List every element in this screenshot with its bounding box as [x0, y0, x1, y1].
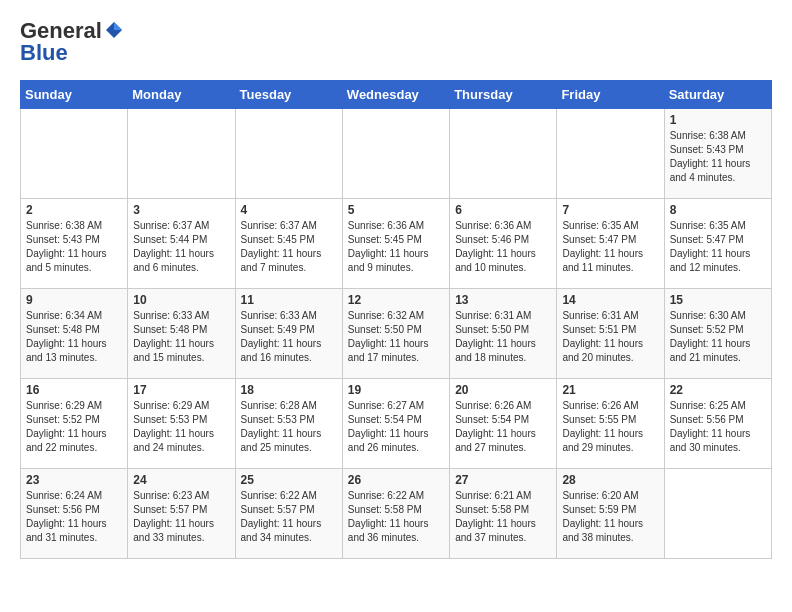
day-info: Sunrise: 6:32 AM Sunset: 5:50 PM Dayligh…: [348, 309, 444, 365]
day-info: Sunrise: 6:33 AM Sunset: 5:49 PM Dayligh…: [241, 309, 337, 365]
day-info: Sunrise: 6:36 AM Sunset: 5:46 PM Dayligh…: [455, 219, 551, 275]
day-number: 7: [562, 203, 658, 217]
day-info: Sunrise: 6:23 AM Sunset: 5:57 PM Dayligh…: [133, 489, 229, 545]
day-info: Sunrise: 6:33 AM Sunset: 5:48 PM Dayligh…: [133, 309, 229, 365]
svg-marker-1: [114, 22, 122, 30]
day-number: 20: [455, 383, 551, 397]
calendar-header-row: SundayMondayTuesdayWednesdayThursdayFrid…: [21, 81, 772, 109]
day-info: Sunrise: 6:21 AM Sunset: 5:58 PM Dayligh…: [455, 489, 551, 545]
day-info: Sunrise: 6:22 AM Sunset: 5:57 PM Dayligh…: [241, 489, 337, 545]
day-number: 28: [562, 473, 658, 487]
day-info: Sunrise: 6:30 AM Sunset: 5:52 PM Dayligh…: [670, 309, 766, 365]
calendar-table: SundayMondayTuesdayWednesdayThursdayFrid…: [20, 80, 772, 559]
day-info: Sunrise: 6:31 AM Sunset: 5:51 PM Dayligh…: [562, 309, 658, 365]
calendar-cell: 25Sunrise: 6:22 AM Sunset: 5:57 PM Dayli…: [235, 469, 342, 559]
calendar-cell: 26Sunrise: 6:22 AM Sunset: 5:58 PM Dayli…: [342, 469, 449, 559]
day-info: Sunrise: 6:27 AM Sunset: 5:54 PM Dayligh…: [348, 399, 444, 455]
calendar-cell: 8Sunrise: 6:35 AM Sunset: 5:47 PM Daylig…: [664, 199, 771, 289]
calendar-cell: 2Sunrise: 6:38 AM Sunset: 5:43 PM Daylig…: [21, 199, 128, 289]
logo-blue-text: Blue: [20, 40, 68, 65]
calendar-week-row: 16Sunrise: 6:29 AM Sunset: 5:52 PM Dayli…: [21, 379, 772, 469]
calendar-cell: 21Sunrise: 6:26 AM Sunset: 5:55 PM Dayli…: [557, 379, 664, 469]
day-number: 15: [670, 293, 766, 307]
day-number: 17: [133, 383, 229, 397]
day-header-sunday: Sunday: [21, 81, 128, 109]
calendar-cell: 23Sunrise: 6:24 AM Sunset: 5:56 PM Dayli…: [21, 469, 128, 559]
day-number: 1: [670, 113, 766, 127]
day-info: Sunrise: 6:26 AM Sunset: 5:55 PM Dayligh…: [562, 399, 658, 455]
day-info: Sunrise: 6:31 AM Sunset: 5:50 PM Dayligh…: [455, 309, 551, 365]
day-info: Sunrise: 6:38 AM Sunset: 5:43 PM Dayligh…: [26, 219, 122, 275]
calendar-week-row: 9Sunrise: 6:34 AM Sunset: 5:48 PM Daylig…: [21, 289, 772, 379]
day-info: Sunrise: 6:26 AM Sunset: 5:54 PM Dayligh…: [455, 399, 551, 455]
day-number: 13: [455, 293, 551, 307]
day-info: Sunrise: 6:29 AM Sunset: 5:52 PM Dayligh…: [26, 399, 122, 455]
calendar-cell: 3Sunrise: 6:37 AM Sunset: 5:44 PM Daylig…: [128, 199, 235, 289]
day-number: 6: [455, 203, 551, 217]
calendar-cell: [21, 109, 128, 199]
calendar-week-row: 2Sunrise: 6:38 AM Sunset: 5:43 PM Daylig…: [21, 199, 772, 289]
calendar-cell: 24Sunrise: 6:23 AM Sunset: 5:57 PM Dayli…: [128, 469, 235, 559]
day-info: Sunrise: 6:35 AM Sunset: 5:47 PM Dayligh…: [670, 219, 766, 275]
calendar-cell: 10Sunrise: 6:33 AM Sunset: 5:48 PM Dayli…: [128, 289, 235, 379]
day-header-monday: Monday: [128, 81, 235, 109]
day-number: 18: [241, 383, 337, 397]
day-header-tuesday: Tuesday: [235, 81, 342, 109]
day-number: 11: [241, 293, 337, 307]
day-number: 21: [562, 383, 658, 397]
day-header-saturday: Saturday: [664, 81, 771, 109]
calendar-cell: 20Sunrise: 6:26 AM Sunset: 5:54 PM Dayli…: [450, 379, 557, 469]
calendar-cell: 19Sunrise: 6:27 AM Sunset: 5:54 PM Dayli…: [342, 379, 449, 469]
calendar-cell: [450, 109, 557, 199]
calendar-week-row: 23Sunrise: 6:24 AM Sunset: 5:56 PM Dayli…: [21, 469, 772, 559]
day-info: Sunrise: 6:38 AM Sunset: 5:43 PM Dayligh…: [670, 129, 766, 185]
day-number: 26: [348, 473, 444, 487]
day-number: 19: [348, 383, 444, 397]
day-number: 25: [241, 473, 337, 487]
calendar-cell: 15Sunrise: 6:30 AM Sunset: 5:52 PM Dayli…: [664, 289, 771, 379]
calendar-cell: 6Sunrise: 6:36 AM Sunset: 5:46 PM Daylig…: [450, 199, 557, 289]
day-info: Sunrise: 6:35 AM Sunset: 5:47 PM Dayligh…: [562, 219, 658, 275]
day-info: Sunrise: 6:36 AM Sunset: 5:45 PM Dayligh…: [348, 219, 444, 275]
header: General Blue: [20, 20, 772, 64]
calendar-cell: 4Sunrise: 6:37 AM Sunset: 5:45 PM Daylig…: [235, 199, 342, 289]
calendar-cell: 16Sunrise: 6:29 AM Sunset: 5:52 PM Dayli…: [21, 379, 128, 469]
day-number: 27: [455, 473, 551, 487]
calendar-cell: [664, 469, 771, 559]
calendar-cell: [235, 109, 342, 199]
calendar-cell: 12Sunrise: 6:32 AM Sunset: 5:50 PM Dayli…: [342, 289, 449, 379]
calendar-week-row: 1Sunrise: 6:38 AM Sunset: 5:43 PM Daylig…: [21, 109, 772, 199]
calendar-cell: [342, 109, 449, 199]
calendar-cell: 18Sunrise: 6:28 AM Sunset: 5:53 PM Dayli…: [235, 379, 342, 469]
calendar-cell: 14Sunrise: 6:31 AM Sunset: 5:51 PM Dayli…: [557, 289, 664, 379]
day-info: Sunrise: 6:25 AM Sunset: 5:56 PM Dayligh…: [670, 399, 766, 455]
day-header-thursday: Thursday: [450, 81, 557, 109]
day-info: Sunrise: 6:24 AM Sunset: 5:56 PM Dayligh…: [26, 489, 122, 545]
day-info: Sunrise: 6:20 AM Sunset: 5:59 PM Dayligh…: [562, 489, 658, 545]
calendar-cell: 17Sunrise: 6:29 AM Sunset: 5:53 PM Dayli…: [128, 379, 235, 469]
calendar-cell: 27Sunrise: 6:21 AM Sunset: 5:58 PM Dayli…: [450, 469, 557, 559]
day-info: Sunrise: 6:29 AM Sunset: 5:53 PM Dayligh…: [133, 399, 229, 455]
day-number: 9: [26, 293, 122, 307]
day-number: 23: [26, 473, 122, 487]
calendar-cell: [128, 109, 235, 199]
day-info: Sunrise: 6:37 AM Sunset: 5:45 PM Dayligh…: [241, 219, 337, 275]
logo-icon: [104, 20, 124, 40]
day-number: 22: [670, 383, 766, 397]
day-number: 4: [241, 203, 337, 217]
day-number: 12: [348, 293, 444, 307]
day-number: 5: [348, 203, 444, 217]
calendar-cell: [557, 109, 664, 199]
day-info: Sunrise: 6:34 AM Sunset: 5:48 PM Dayligh…: [26, 309, 122, 365]
day-number: 8: [670, 203, 766, 217]
day-number: 2: [26, 203, 122, 217]
calendar-cell: 22Sunrise: 6:25 AM Sunset: 5:56 PM Dayli…: [664, 379, 771, 469]
calendar-cell: 13Sunrise: 6:31 AM Sunset: 5:50 PM Dayli…: [450, 289, 557, 379]
day-info: Sunrise: 6:22 AM Sunset: 5:58 PM Dayligh…: [348, 489, 444, 545]
logo-general-text: General: [20, 20, 102, 42]
day-info: Sunrise: 6:37 AM Sunset: 5:44 PM Dayligh…: [133, 219, 229, 275]
day-number: 14: [562, 293, 658, 307]
calendar-cell: 9Sunrise: 6:34 AM Sunset: 5:48 PM Daylig…: [21, 289, 128, 379]
day-header-friday: Friday: [557, 81, 664, 109]
day-header-wednesday: Wednesday: [342, 81, 449, 109]
